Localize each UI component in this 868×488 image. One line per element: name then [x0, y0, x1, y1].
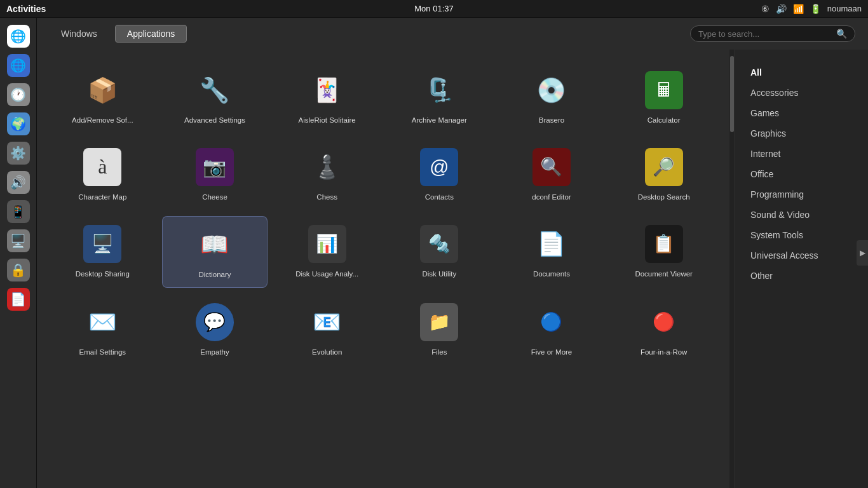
- main-area: Windows Applications 🔍 📦 Add/Remove Sof.…: [37, 18, 868, 488]
- category-universal-access[interactable]: Universal Access: [735, 245, 868, 266]
- app-icon-files: 📁: [419, 302, 459, 342]
- app-label-cheese: Cheese: [202, 193, 227, 202]
- app-item-character-map[interactable]: à Character Map: [50, 139, 156, 210]
- category-other[interactable]: Other: [735, 266, 868, 286]
- dock-item-app6[interactable]: 🔊: [5, 169, 32, 196]
- app-icon-dictionary: 📖: [194, 224, 235, 265]
- category-accessories[interactable]: Accessories: [735, 83, 868, 103]
- app-item-aisleriot-solitaire[interactable]: 🃏 AisleRiot Solitaire: [274, 62, 380, 133]
- user-label[interactable]: noumaan: [827, 4, 862, 13]
- apps-grid-container[interactable]: 📦 Add/Remove Sof... 🔧 Advanced Settings …: [37, 50, 729, 488]
- collapse-arrow[interactable]: ▶: [857, 240, 868, 266]
- app-item-email-settings[interactable]: ✉️ Email Settings: [50, 294, 156, 365]
- app-icon-five-or-more: 🔵: [531, 302, 572, 342]
- dock-item-app10[interactable]: 📄: [5, 286, 32, 313]
- app-label-chess: Chess: [316, 193, 337, 202]
- dock-item-app5[interactable]: ⚙️: [5, 140, 32, 166]
- category-graphics[interactable]: Graphics: [735, 123, 868, 144]
- app-icon-disk-utility: 🔩: [419, 224, 459, 264]
- app-icon-email-settings: ✉️: [82, 302, 123, 342]
- app-label-files: Files: [431, 348, 447, 357]
- app-label-advanced-settings: Advanced Settings: [184, 116, 245, 125]
- app-label-dconf-editor: dconf Editor: [532, 193, 571, 202]
- app-label-add-remove-software: Add/Remove Sof...: [72, 116, 133, 125]
- volume-icon[interactable]: 🔊: [776, 4, 787, 14]
- app-item-document-viewer[interactable]: 📋 Document Viewer: [611, 216, 717, 288]
- dock-item-app9[interactable]: 🔒: [5, 257, 32, 283]
- wifi-icon[interactable]: 📶: [793, 4, 804, 14]
- dock-item-internet[interactable]: 🌍: [5, 111, 32, 137]
- battery-icon[interactable]: 🔋: [810, 4, 821, 14]
- category-system-tools[interactable]: System Tools: [735, 225, 868, 245]
- app-item-desktop-search[interactable]: 🔎 Desktop Search: [611, 139, 717, 210]
- category-games[interactable]: Games: [735, 103, 868, 123]
- windows-tab[interactable]: Windows: [50, 25, 109, 42]
- app-item-five-or-more[interactable]: 🔵 Five or More: [499, 294, 605, 365]
- activities-button[interactable]: Activities: [6, 4, 46, 14]
- app-label-aisleriot-solitaire: AisleRiot Solitaire: [299, 116, 356, 125]
- app-item-calculator[interactable]: 🖩 Calculator: [611, 62, 717, 133]
- category-programming[interactable]: Programming: [735, 184, 868, 205]
- app-icon-empathy: 💬: [194, 302, 235, 342]
- search-icon: 🔍: [836, 29, 847, 39]
- app-item-desktop-sharing[interactable]: 🖥️ Desktop Sharing: [50, 216, 156, 288]
- categories-sidebar: ▶ AllAccessoriesGamesGraphicsInternetOff…: [735, 50, 868, 488]
- scrollbar-thumb[interactable]: [730, 56, 734, 132]
- app-label-brasero: Brasero: [539, 116, 564, 125]
- app-label-character-map: Character Map: [78, 193, 126, 202]
- accessibility-icon[interactable]: ⑥: [761, 4, 770, 14]
- app-item-cheese[interactable]: 📷 Cheese: [162, 139, 268, 210]
- app-icon-aisleriot-solitaire: 🃏: [307, 70, 348, 111]
- category-all[interactable]: All: [735, 62, 868, 83]
- app-icon-documents: 📄: [531, 224, 572, 264]
- app-icon-disk-usage-analyzer: 📊: [307, 224, 348, 264]
- category-internet[interactable]: Internet: [735, 144, 868, 164]
- app-icon-four-in-a-row: 🔴: [644, 302, 684, 342]
- app-item-files[interactable]: 📁 Files: [386, 294, 492, 365]
- app-icon-document-viewer: 📋: [644, 224, 684, 264]
- dock-item-globe[interactable]: 🌐: [5, 52, 32, 79]
- app-item-four-in-a-row[interactable]: 🔴 Four-in-a-Row: [611, 294, 717, 365]
- app-icon-brasero: 💿: [531, 70, 572, 111]
- app-item-dictionary[interactable]: 📖 Dictionary: [162, 216, 268, 288]
- app-label-disk-usage-analyzer: Disk Usage Analy...: [295, 269, 358, 279]
- app-icon-advanced-settings: 🔧: [194, 70, 235, 111]
- category-sound-video[interactable]: Sound & Video: [735, 205, 868, 225]
- app-item-dconf-editor[interactable]: 🔍 dconf Editor: [499, 139, 605, 210]
- app-icon-evolution: 📧: [307, 302, 348, 342]
- app-item-advanced-settings[interactable]: 🔧 Advanced Settings: [162, 62, 268, 133]
- app-item-evolution[interactable]: 📧 Evolution: [274, 294, 380, 365]
- app-icon-dconf-editor: 🔍: [531, 147, 572, 187]
- content-area: 📦 Add/Remove Sof... 🔧 Advanced Settings …: [37, 50, 868, 488]
- app-item-documents[interactable]: 📄 Documents: [499, 216, 605, 288]
- app-item-archive-manager[interactable]: 🗜️ Archive Manager: [386, 62, 492, 133]
- app-item-contacts[interactable]: @ Contacts: [386, 139, 492, 210]
- app-item-disk-utility[interactable]: 🔩 Disk Utility: [386, 216, 492, 288]
- app-item-disk-usage-analyzer[interactable]: 📊 Disk Usage Analy...: [274, 216, 380, 288]
- category-office[interactable]: Office: [735, 164, 868, 184]
- topbar: Activities Mon 01:37 ⑥ 🔊 📶 🔋 noumaan: [0, 0, 868, 18]
- app-icon-character-map: à: [82, 147, 123, 187]
- app-item-brasero[interactable]: 💿 Brasero: [499, 62, 605, 133]
- app-label-desktop-sharing: Desktop Sharing: [76, 269, 130, 279]
- dock-item-clock[interactable]: 🕐: [5, 81, 32, 108]
- dock-item-app7[interactable]: 📱: [5, 198, 32, 225]
- dock: 🌐🌐🕐🌍⚙️🔊📱🖥️🔒📄: [0, 18, 37, 488]
- applications-tab[interactable]: Applications: [115, 25, 187, 43]
- dock-item-chrome[interactable]: 🌐: [5, 23, 32, 50]
- app-item-empathy[interactable]: 💬 Empathy: [162, 294, 268, 365]
- search-bar: 🔍: [690, 25, 855, 42]
- app-label-email-settings: Email Settings: [79, 348, 126, 357]
- clock: Mon 01:37: [414, 4, 453, 13]
- app-label-contacts: Contacts: [425, 193, 454, 202]
- search-input[interactable]: [698, 29, 836, 39]
- app-icon-add-remove-software: 📦: [82, 70, 123, 111]
- app-label-five-or-more: Five or More: [531, 348, 573, 357]
- app-item-chess[interactable]: ♟️ Chess: [274, 139, 380, 210]
- navbar: Windows Applications 🔍: [37, 18, 868, 50]
- app-item-add-remove-software[interactable]: 📦 Add/Remove Sof...: [50, 62, 156, 133]
- scrollbar[interactable]: [729, 50, 735, 488]
- dock-item-app8[interactable]: 🖥️: [5, 227, 32, 254]
- app-label-document-viewer: Document Viewer: [635, 269, 693, 279]
- app-label-empathy: Empathy: [200, 348, 229, 357]
